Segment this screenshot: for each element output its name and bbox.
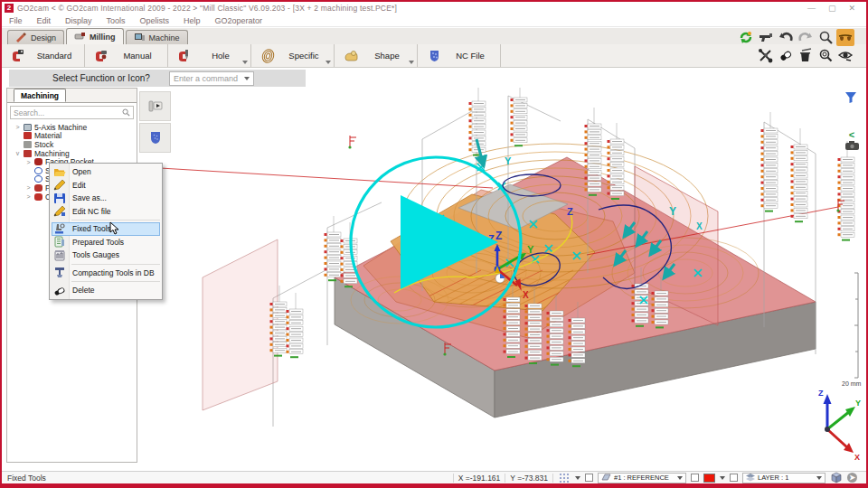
view-cube-icon[interactable]	[830, 472, 843, 483]
tree-item-material[interactable]: Material	[7, 132, 137, 141]
scale-label: 20 mm	[842, 380, 862, 387]
specific-icon	[260, 49, 276, 63]
machine-node-icon	[24, 124, 32, 131]
tree-item-stock[interactable]: Stock	[7, 140, 137, 149]
command-combobox-placeholder: Enter a command	[174, 74, 244, 83]
layer-checkbox[interactable]	[730, 474, 738, 482]
nc-file-button[interactable]: NC File	[418, 44, 501, 67]
color-checkbox[interactable]	[691, 474, 699, 482]
menu-separator	[71, 220, 160, 221]
tab-machine-label: Machine	[149, 33, 180, 42]
regenerate-icon[interactable]	[737, 29, 755, 46]
filter-funnel-icon[interactable]	[843, 89, 859, 106]
overlay-letter: Y	[505, 155, 512, 166]
world-y-label: Y	[855, 399, 861, 408]
menu-item-prepared-tools[interactable]: Prepared Tools	[50, 236, 162, 249]
spot-drill-icon	[34, 167, 42, 174]
window-title: GO2cam < © GO2cam International 2009 - 2…	[17, 4, 397, 13]
menu-item-save-as[interactable]: Save as...	[50, 192, 162, 205]
color-dropdown-caret[interactable]	[720, 476, 725, 480]
undo-icon[interactable]	[777, 29, 795, 46]
measure-tool-icon[interactable]	[757, 29, 775, 46]
maximize-button[interactable]: ▢	[828, 4, 836, 13]
nc-panel-button[interactable]	[139, 123, 171, 153]
menu-item-compacting-tools[interactable]: Compacting Tools in DB	[50, 267, 162, 280]
shape-icon	[344, 49, 359, 63]
shape-button[interactable]: Shape	[335, 44, 418, 67]
x-coordinate: X =-191.161	[458, 474, 501, 483]
command-combobox[interactable]: Enter a command	[169, 71, 254, 86]
specific-dropdown-caret[interactable]	[326, 61, 331, 64]
tab-milling[interactable]: Milling	[66, 28, 124, 44]
close-button[interactable]: ✕	[848, 4, 855, 13]
fixed-tools-icon	[53, 223, 66, 235]
search-input[interactable]: Search...	[10, 106, 134, 119]
hole-dropdown-caret[interactable]	[242, 61, 248, 64]
app-window: 2 GO2cam < © GO2cam International 2009 -…	[0, 0, 868, 488]
menu-go2operator[interactable]: GO2operator	[215, 16, 263, 25]
hole-button[interactable]: Hole	[168, 44, 251, 67]
layer-combobox[interactable]: LAYER : 1	[742, 473, 826, 483]
world-x-label: X	[854, 453, 860, 462]
zoom-icon[interactable]	[816, 29, 835, 46]
chevron-down-icon	[244, 77, 250, 80]
tab-machine[interactable]: Machine	[126, 30, 188, 44]
menu-item-delete[interactable]: Delete	[50, 284, 162, 297]
menu-opelists[interactable]: Opelists	[140, 16, 170, 25]
nc-file-label: NC File	[449, 51, 491, 61]
menu-item-edit[interactable]: Edit	[50, 179, 162, 192]
standard-tool-icon	[11, 49, 26, 63]
help-icon[interactable]: ➤	[847, 473, 857, 483]
tab-design[interactable]: Design	[7, 30, 64, 44]
grid-dropdown-caret[interactable]	[575, 476, 580, 480]
menu-item-edit-nc-file[interactable]: Edit NC file	[50, 205, 162, 219]
tree-item-machine[interactable]: >5-Axis Machine	[7, 123, 137, 132]
shield-icon	[149, 131, 162, 145]
manual-button[interactable]: Manual	[85, 44, 168, 67]
layer-icon	[746, 474, 755, 482]
material-icon	[24, 132, 32, 139]
redo-icon[interactable]	[797, 29, 815, 46]
standard-button[interactable]: Standard	[2, 44, 85, 67]
menu-edit[interactable]: Edit	[37, 16, 52, 25]
menu-display[interactable]: Display	[65, 16, 92, 25]
analysis-tools-icon[interactable]	[757, 47, 775, 64]
menu-tools[interactable]: Tools	[107, 16, 126, 25]
collapse-chevron-icon[interactable]: <	[845, 129, 858, 140]
simulation-panel-button[interactable]	[139, 91, 171, 121]
menu-item-fixed-tools[interactable]: Fixed Tools	[52, 222, 160, 236]
manual-label: Manual	[117, 51, 158, 61]
reference-plane-combobox[interactable]: #1 : REFERENCE	[598, 473, 686, 483]
shape-dropdown-caret[interactable]	[409, 61, 414, 64]
search-icon	[122, 108, 130, 117]
specific-button[interactable]: Specific	[251, 44, 335, 67]
panel-tab-machining[interactable]: Machining	[14, 89, 66, 102]
reference-plane-value: #1 : REFERENCE	[614, 474, 675, 482]
delete-elements-icon[interactable]	[797, 47, 815, 64]
y-coordinate: Y =-73.831	[510, 474, 548, 483]
menu-item-open[interactable]: Open	[50, 165, 162, 179]
tree-item-machining[interactable]: vMachining	[7, 149, 137, 158]
milling-icon	[74, 32, 86, 42]
menu-help[interactable]: Help	[184, 16, 201, 25]
menu-separator	[71, 264, 160, 265]
overlay-letter: X	[696, 221, 703, 231]
stock-icon	[24, 141, 32, 148]
zoom-window-icon[interactable]	[816, 47, 835, 64]
grid-icon[interactable]	[558, 472, 571, 483]
visibility-eye-icon[interactable]	[836, 47, 854, 64]
minimize-button[interactable]: —	[807, 4, 816, 13]
menu-file[interactable]: File	[9, 16, 23, 25]
nc-file-icon	[427, 49, 442, 63]
shape-label: Shape	[366, 51, 408, 61]
command-prompt-bar: Select Function or Icon?	[9, 70, 306, 87]
design-icon	[15, 33, 27, 42]
spot-drill-icon	[34, 175, 42, 183]
current-color-swatch[interactable]	[703, 474, 715, 483]
menu-item-tools-gauges[interactable]: Tools Gauges	[50, 249, 162, 262]
facing-pocket-icon	[34, 158, 42, 165]
plane-checkbox[interactable]	[585, 474, 593, 482]
glasses-icon[interactable]	[836, 29, 854, 46]
eraser-icon[interactable]	[777, 47, 795, 64]
capture-icon[interactable]	[845, 141, 859, 150]
